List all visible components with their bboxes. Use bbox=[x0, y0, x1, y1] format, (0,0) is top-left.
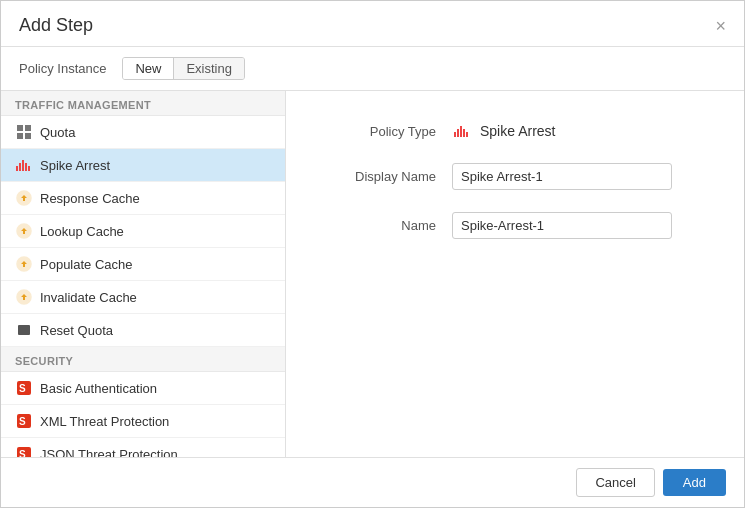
svg-rect-7 bbox=[25, 163, 27, 171]
sidebar-item-reset-quota[interactable]: Reset Quota bbox=[1, 314, 285, 347]
sidebar-item-lookup-cache-label: Lookup Cache bbox=[40, 224, 124, 239]
sidebar-item-json-threat-label: JSON Threat Protection bbox=[40, 447, 178, 458]
dialog-body: TRAFFIC MANAGEMENT Quota Sp bbox=[1, 91, 744, 457]
svg-rect-27 bbox=[463, 129, 465, 137]
sidebar-item-populate-cache[interactable]: Populate Cache bbox=[1, 248, 285, 281]
policy-type-display: Spike Arrest bbox=[452, 121, 555, 141]
svg-text:S: S bbox=[19, 383, 26, 394]
sidebar-item-spike-arrest[interactable]: Spike Arrest bbox=[1, 149, 285, 182]
display-name-row: Display Name bbox=[326, 163, 704, 190]
svg-text:S: S bbox=[19, 416, 26, 427]
svg-rect-24 bbox=[454, 132, 456, 137]
cache-icon-response bbox=[15, 189, 33, 207]
dialog-header: Add Step × bbox=[1, 1, 744, 47]
display-name-input[interactable] bbox=[452, 163, 672, 190]
svg-rect-8 bbox=[28, 166, 30, 171]
sidebar-item-populate-cache-label: Populate Cache bbox=[40, 257, 133, 272]
reset-icon bbox=[15, 321, 33, 339]
security-icon-basic: S bbox=[15, 379, 33, 397]
existing-toggle-button[interactable]: Existing bbox=[174, 58, 244, 79]
security-header: SECURITY bbox=[1, 347, 285, 372]
policy-instance-bar: Policy Instance New Existing bbox=[1, 47, 744, 91]
sidebar-item-invalidate-cache[interactable]: Invalidate Cache bbox=[1, 281, 285, 314]
svg-rect-28 bbox=[466, 132, 468, 137]
grid-icon bbox=[15, 123, 33, 141]
name-row: Name bbox=[326, 212, 704, 239]
policy-type-label: Policy Type bbox=[326, 124, 436, 139]
sidebar-item-reset-quota-label: Reset Quota bbox=[40, 323, 113, 338]
sidebar-item-invalidate-cache-label: Invalidate Cache bbox=[40, 290, 137, 305]
display-name-label: Display Name bbox=[326, 169, 436, 184]
policy-instance-label: Policy Instance bbox=[19, 61, 106, 76]
traffic-management-header: TRAFFIC MANAGEMENT bbox=[1, 91, 285, 116]
sidebar-item-json-threat[interactable]: S JSON Threat Protection bbox=[1, 438, 285, 457]
dialog-title: Add Step bbox=[19, 15, 93, 36]
dialog-footer: Cancel Add bbox=[1, 457, 744, 507]
add-step-dialog: Add Step × Policy Instance New Existing … bbox=[0, 0, 745, 508]
policy-type-row: Policy Type Spike Arrest bbox=[326, 121, 704, 141]
sidebar-item-lookup-cache[interactable]: Lookup Cache bbox=[1, 215, 285, 248]
sidebar-item-basic-auth-label: Basic Authentication bbox=[40, 381, 157, 396]
sidebar-item-xml-threat[interactable]: S XML Threat Protection bbox=[1, 405, 285, 438]
sidebar-item-xml-threat-label: XML Threat Protection bbox=[40, 414, 169, 429]
name-label: Name bbox=[326, 218, 436, 233]
new-toggle-button[interactable]: New bbox=[123, 58, 174, 79]
name-input[interactable] bbox=[452, 212, 672, 239]
add-button[interactable]: Add bbox=[663, 469, 726, 496]
close-button[interactable]: × bbox=[715, 17, 726, 35]
security-icon-json: S bbox=[15, 445, 33, 457]
cache-icon-lookup bbox=[15, 222, 33, 240]
main-content: Policy Type Spike Arrest bbox=[286, 91, 744, 457]
svg-rect-1 bbox=[25, 125, 31, 131]
svg-rect-13 bbox=[18, 325, 30, 335]
svg-rect-5 bbox=[19, 163, 21, 171]
svg-rect-26 bbox=[460, 126, 462, 137]
policy-type-value: Spike Arrest bbox=[480, 123, 555, 139]
svg-rect-2 bbox=[17, 133, 23, 139]
security-icon-xml: S bbox=[15, 412, 33, 430]
cancel-button[interactable]: Cancel bbox=[576, 468, 654, 497]
sidebar-item-quota[interactable]: Quota bbox=[1, 116, 285, 149]
svg-rect-4 bbox=[16, 166, 18, 171]
sidebar-item-basic-auth[interactable]: S Basic Authentication bbox=[1, 372, 285, 405]
policy-type-icon bbox=[452, 121, 472, 141]
sidebar-item-response-cache[interactable]: Response Cache bbox=[1, 182, 285, 215]
sidebar: TRAFFIC MANAGEMENT Quota Sp bbox=[1, 91, 286, 457]
sidebar-item-response-cache-label: Response Cache bbox=[40, 191, 140, 206]
sidebar-item-spike-arrest-label: Spike Arrest bbox=[40, 158, 110, 173]
svg-rect-25 bbox=[457, 129, 459, 137]
svg-rect-3 bbox=[25, 133, 31, 139]
cache-icon-invalidate bbox=[15, 288, 33, 306]
chart-icon bbox=[15, 156, 33, 174]
svg-text:S: S bbox=[19, 449, 26, 457]
cache-icon-populate bbox=[15, 255, 33, 273]
svg-rect-0 bbox=[17, 125, 23, 131]
policy-instance-toggle: New Existing bbox=[122, 57, 245, 80]
svg-rect-6 bbox=[22, 160, 24, 171]
sidebar-item-quota-label: Quota bbox=[40, 125, 75, 140]
